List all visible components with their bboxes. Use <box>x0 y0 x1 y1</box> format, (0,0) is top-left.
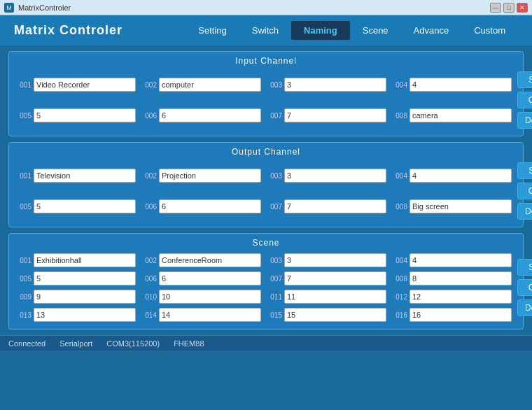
scene-field-6[interactable] <box>159 271 261 285</box>
input-field-4[interactable] <box>410 78 512 92</box>
output-label-2: 002 <box>141 172 157 180</box>
app-title: Matrix Controler <box>14 23 122 38</box>
scene-field-group-13: 013 <box>16 308 136 322</box>
scene-field-group-2: 002 <box>141 253 261 267</box>
scene-field-group-5: 005 <box>16 271 136 285</box>
input-field-group-3: 003 <box>267 71 386 98</box>
port-value: COM3(115200) <box>106 339 160 348</box>
input-field-2[interactable] <box>159 78 261 92</box>
scene-panel: Scene 001 002 003 004 <box>8 233 524 330</box>
scene-field-12[interactable] <box>410 290 512 304</box>
input-label-4: 004 <box>392 81 407 89</box>
input-label-1: 001 <box>16 81 31 89</box>
scene-label-8: 008 <box>392 275 407 283</box>
input-channel-buttons: Save Clear Default <box>517 71 532 129</box>
scene-fields: 001 002 003 004 005 <box>16 253 512 322</box>
scene-field-14[interactable] <box>159 308 261 322</box>
input-save-button[interactable]: Save <box>517 71 532 88</box>
input-field-group-6: 006 <box>141 102 261 129</box>
app-icon-letter: M <box>6 4 12 11</box>
tab-naming[interactable]: Naming <box>291 21 350 40</box>
output-field-6[interactable] <box>159 199 261 213</box>
output-field-3[interactable] <box>284 169 386 183</box>
scene-save-button[interactable]: Save <box>517 259 532 276</box>
input-field-group-7: 007 <box>267 102 386 129</box>
scene-field-15[interactable] <box>284 308 386 322</box>
scene-field-8[interactable] <box>410 271 512 285</box>
scene-label-1: 001 <box>16 257 31 264</box>
output-field-group-5: 005 <box>16 193 136 220</box>
scene-label-9: 009 <box>16 293 31 301</box>
close-button[interactable]: ✕ <box>517 3 528 13</box>
input-field-6[interactable] <box>159 108 261 122</box>
minimize-button[interactable]: — <box>490 3 501 13</box>
input-label-5: 005 <box>16 112 31 120</box>
scene-field-group-7: 007 <box>267 271 386 285</box>
scene-label-4: 004 <box>392 257 407 264</box>
main-content: Input Channel 001 002 003 004 <box>0 45 532 335</box>
output-label-6: 006 <box>141 203 157 211</box>
app-header: Matrix Controler Setting Switch Naming S… <box>0 15 532 45</box>
input-label-8: 008 <box>392 112 407 120</box>
scene-field-2[interactable] <box>159 253 261 267</box>
output-label-7: 007 <box>267 203 282 211</box>
connection-status: Connected <box>8 339 46 348</box>
output-clear-button[interactable]: Clear <box>517 183 532 199</box>
nav-tabs: Setting Switch Naming Scene Advance Cust… <box>186 21 518 40</box>
scene-field-7[interactable] <box>284 271 386 285</box>
input-label-6: 006 <box>141 112 157 120</box>
scene-field-13[interactable] <box>34 308 136 322</box>
tab-setting[interactable]: Setting <box>186 21 239 40</box>
scene-default-button[interactable]: Default <box>517 299 532 316</box>
scene-label-16: 016 <box>392 311 407 319</box>
scene-field-3[interactable] <box>284 253 386 267</box>
input-field-group-8: 008 <box>392 102 512 129</box>
output-field-group-2: 002 <box>141 162 261 189</box>
input-field-8[interactable] <box>410 108 512 122</box>
input-label-2: 002 <box>141 81 157 89</box>
scene-field-group-1: 001 <box>16 253 136 267</box>
scene-field-5[interactable] <box>34 271 136 285</box>
output-field-8[interactable] <box>410 199 512 213</box>
input-field-3[interactable] <box>284 78 386 92</box>
output-field-7[interactable] <box>284 199 386 213</box>
output-channel-fields: 001 002 003 004 005 <box>16 162 512 220</box>
tab-scene[interactable]: Scene <box>350 21 401 40</box>
scene-label-13: 013 <box>16 311 31 319</box>
maximize-button[interactable]: □ <box>503 3 514 13</box>
tab-advance[interactable]: Advance <box>401 21 462 40</box>
output-save-button[interactable]: Save <box>517 162 532 179</box>
scene-field-4[interactable] <box>410 253 512 267</box>
output-field-1[interactable] <box>34 169 136 183</box>
input-field-5[interactable] <box>34 108 136 122</box>
scene-label-10: 010 <box>141 293 157 301</box>
scene-field-group-8: 008 <box>392 271 512 285</box>
scene-clear-button[interactable]: Clear <box>517 279 532 296</box>
input-channel-body: 001 002 003 004 005 <box>16 71 516 129</box>
input-clear-button[interactable]: Clear <box>517 92 532 108</box>
tab-switch[interactable]: Switch <box>239 21 291 40</box>
output-field-5[interactable] <box>34 199 136 213</box>
output-field-2[interactable] <box>159 169 261 183</box>
scene-field-10[interactable] <box>159 290 261 304</box>
scene-field-9[interactable] <box>34 290 136 304</box>
scene-field-1[interactable] <box>34 253 136 267</box>
input-default-button[interactable]: Default <box>517 112 532 129</box>
scene-field-group-6: 006 <box>141 271 261 285</box>
output-label-4: 004 <box>392 172 407 180</box>
scene-field-11[interactable] <box>284 290 386 304</box>
output-channel-title: Output Channel <box>16 147 516 157</box>
scene-field-group-3: 003 <box>267 253 386 267</box>
output-field-group-1: 001 <box>16 162 136 189</box>
output-label-8: 008 <box>392 203 407 211</box>
input-field-group-2: 002 <box>141 71 261 98</box>
output-default-button[interactable]: Default <box>517 203 532 220</box>
tab-custom[interactable]: Custom <box>461 21 518 40</box>
titlebar-title: MatrixControler <box>18 3 71 12</box>
input-label-7: 007 <box>267 112 282 120</box>
input-field-7[interactable] <box>284 108 386 122</box>
input-field-group-4: 004 <box>392 71 512 98</box>
scene-field-16[interactable] <box>410 308 512 322</box>
output-field-4[interactable] <box>410 169 512 183</box>
input-field-1[interactable] <box>34 78 136 92</box>
